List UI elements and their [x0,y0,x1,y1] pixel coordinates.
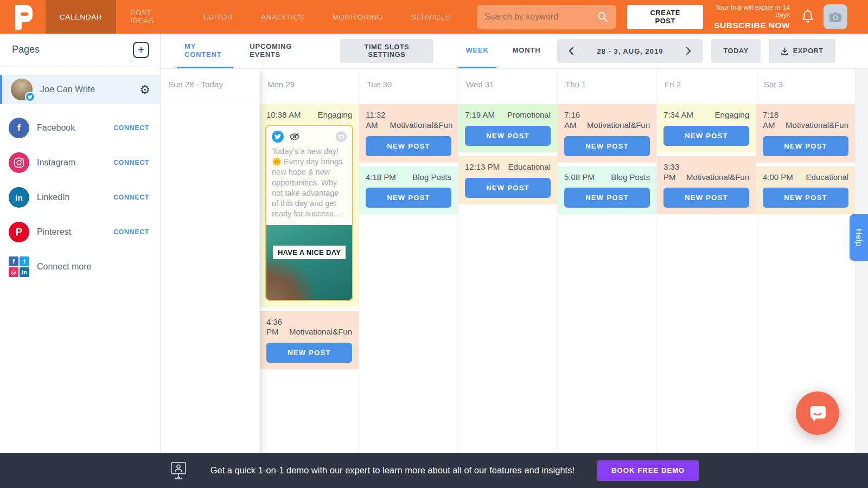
next-week-button[interactable] [678,39,699,63]
book-free-demo-button[interactable]: BOOK FREE DEMO [597,460,699,481]
slot-category: Educational [508,162,551,172]
add-page-button[interactable]: + [133,42,149,58]
new-post-button[interactable]: NEW POST [465,126,551,146]
new-post-button[interactable]: NEW POST [564,136,650,156]
chevron-right-icon [686,47,691,55]
demo-presenter-icon [169,461,188,480]
media-camera-button[interactable] [824,4,847,29]
date-range-label: 28 - 3, AUG, 2019 [582,47,678,55]
search-input[interactable] [484,12,597,22]
day-header: Fri 2 [657,69,756,100]
linkedin-icon: in [9,187,29,208]
twitter-badge-icon [25,92,35,102]
calendar-day-column: Thu 1 7:16 AM Motivational&Fun NEW POST … [558,69,657,453]
slot-category: Motivational&Fun [786,120,848,131]
channel-name: Facebook [37,123,113,133]
day-header: Wed 31 [458,69,557,100]
create-post-button[interactable]: CREATE POST [627,5,703,29]
new-post-button[interactable]: NEW POST [663,188,749,208]
time-slots-settings-button[interactable]: TIME SLOTS SETTINGS [340,39,433,63]
channel-row-facebook: f Facebook CONNECT [0,111,160,145]
nav-item-services[interactable]: SERVICES [397,0,465,34]
new-post-button[interactable]: NEW POST [763,188,848,208]
new-post-button[interactable]: NEW POST [564,188,650,208]
slot-header: 11:32 AM Motivational&Fun [359,104,458,131]
connect-facebook-link[interactable]: CONNECT [113,124,149,132]
view-tab-week[interactable]: WEEK [458,34,496,68]
slot-header: 7:16 AM Motivational&Fun [558,104,656,131]
calendar-day-column: Sun 28 - Today [161,69,260,453]
slot-header: 7:34 AM Engaging [657,104,756,120]
day-header: Tue 30 [359,69,458,100]
slot-header: 7:19 AM Promotional [458,104,557,120]
trial-expire-text: Your trial will expire in 14 days [703,4,790,19]
tab-upcoming-events[interactable]: UPCOMING EVENTS [242,34,318,68]
new-post-button[interactable]: NEW POST [366,136,451,156]
connect-linkedin-link[interactable]: CONNECT [113,194,149,201]
slot-category: Blog Posts [611,172,650,183]
day-header: Sun 28 - Today [161,69,259,100]
connect-more-label: Connect more [37,262,149,272]
post-preview-icons [266,126,352,144]
post-preview[interactable]: Today’s a new day! 🌞 Every day brings ne… [265,125,353,301]
avatar [11,79,33,100]
day-body: 7:34 AM Engaging NEW POST 3:33 PM Motiva… [657,100,756,453]
export-button[interactable]: EXPORT [769,39,835,63]
calendar-week-grid: Sun 28 - Today Mon 29 10:38 AM Engaging [161,69,856,453]
connect-pinterest-link[interactable]: CONNECT [113,228,149,236]
chat-widget-button[interactable] [796,391,839,435]
help-tab-label: Help [854,229,864,247]
slot-header: 4:00 PM Educational [756,166,855,183]
notifications-bell-button[interactable] [801,9,815,24]
gear-icon[interactable]: ⚙ [139,83,150,97]
new-post-button[interactable]: NEW POST [366,188,451,208]
today-button[interactable]: TODAY [711,39,760,63]
calendar-day-column: Fri 2 7:34 AM Engaging NEW POST 3:33 PM … [657,69,756,453]
time-slot-card: 4:36 PM Motivational&Fun NEW POST [260,311,359,370]
trial-subscribe-block[interactable]: Your trial will expire in 14 days SUBSCR… [703,4,790,30]
channel-row-linkedin: in LinkedIn CONNECT [0,180,160,215]
slot-time: 7:34 AM [663,110,698,120]
channel-name: LinkedIn [37,192,113,202]
camera-icon [829,11,842,22]
connect-instagram-link[interactable]: CONNECT [113,159,149,166]
slot-category: Motivational&Fun [686,172,749,183]
instagram-icon [9,152,29,173]
new-post-button[interactable]: NEW POST [465,178,551,198]
post-image: HAVE A NICE DAY [266,225,352,300]
subscribe-now-link[interactable]: SUBSCRIBE NOW [703,21,790,30]
sidebar-title: Pages [12,44,40,55]
slot-time: 7:18 AM [763,110,786,131]
nav-item-analytics[interactable]: ANALYTICS [247,0,318,34]
new-post-button[interactable]: NEW POST [763,136,848,156]
new-post-button[interactable]: NEW POST [266,343,352,363]
slot-header: 4:36 PM Motivational&Fun [260,311,359,338]
tab-my-content[interactable]: MY CONTENT [177,34,233,68]
channel-list: f Facebook CONNECT Instagram CONNECT in … [0,104,160,284]
sidebar-account-joe-can-write[interactable]: Joe Can Write ⚙ [0,75,160,104]
nav-item-post-ideas[interactable]: POST IDEAS [116,0,189,34]
time-slot-card: 4:00 PM Educational NEW POST [756,166,855,215]
new-post-button[interactable]: NEW POST [663,126,749,146]
slot-category: Motivational&Fun [390,120,452,131]
nav-item-monitoring[interactable]: MONITORING [318,0,398,34]
app-logo[interactable] [0,0,46,34]
channel-row-pinterest: P Pinterest CONNECT [0,215,160,249]
time-slot-card: 7:16 AM Motivational&Fun NEW POST [558,104,656,163]
eye-off-icon [289,132,300,141]
prev-week-button[interactable] [561,39,582,63]
connect-more-row[interactable]: ft ◎in Connect more [0,249,160,284]
nav-item-calendar[interactable]: CALENDAR [46,0,116,34]
help-tab[interactable]: Help [850,214,868,261]
view-tab-month[interactable]: MONTH [505,34,548,68]
export-label: EXPORT [793,47,824,55]
bell-icon [801,9,815,24]
nav-item-editor[interactable]: EDITOR [189,0,247,34]
calendar-day-column: Tue 30 11:32 AM Motivational&Fun NEW POS… [359,69,458,453]
slot-category: Engaging [715,110,749,120]
search-icon [597,11,609,23]
calendar-day-column: Mon 29 10:38 AM Engaging Today’s a new [260,69,359,453]
pages-sidebar: Pages + Joe Can Write ⚙ f Facebook CONNE… [0,34,161,453]
search-box [477,5,616,29]
slot-time: 7:19 AM [465,110,499,120]
